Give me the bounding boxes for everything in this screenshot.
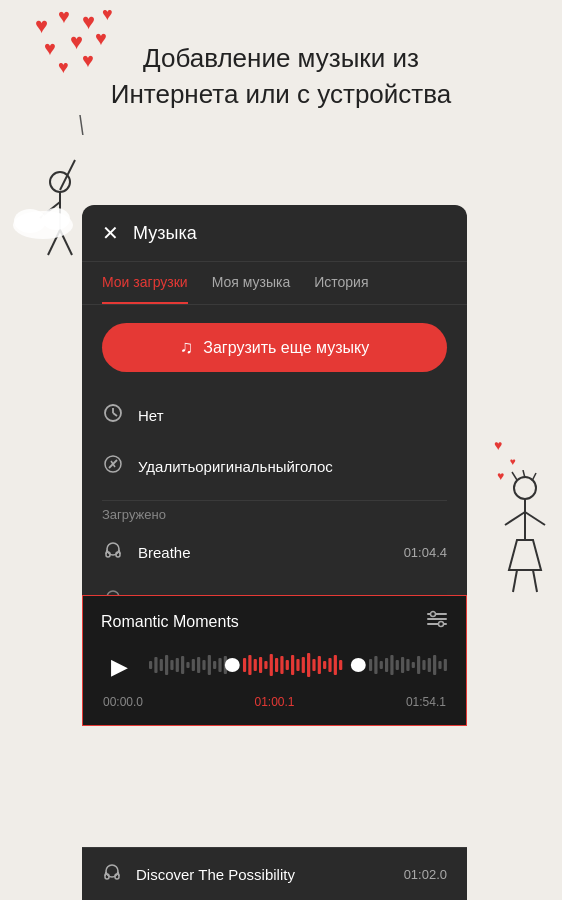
track-item-discover[interactable]: Discover The Possibility 01:02.0 — [82, 847, 467, 900]
svg-rect-83 — [318, 656, 321, 674]
track-item-breathe[interactable]: Breathe 01:04.4 — [82, 528, 467, 576]
svg-rect-81 — [307, 653, 310, 677]
svg-text:♥: ♥ — [35, 13, 48, 38]
svg-text:♥: ♥ — [510, 456, 516, 467]
svg-text:♥: ♥ — [82, 49, 94, 71]
svg-rect-101 — [433, 655, 436, 675]
svg-rect-78 — [291, 655, 294, 675]
svg-rect-103 — [444, 659, 447, 671]
svg-text:♥: ♥ — [494, 437, 502, 453]
menu-none-label: Нет — [138, 407, 164, 424]
clock-icon — [102, 403, 124, 428]
music-modal: ✕ Музыка Мои загрузки Моя музыка История… — [82, 205, 467, 620]
svg-line-30 — [513, 570, 517, 592]
waveform-area[interactable] — [149, 647, 448, 687]
svg-point-51 — [431, 612, 436, 617]
svg-rect-77 — [286, 660, 289, 670]
svg-rect-66 — [218, 658, 221, 672]
cloud-decoration — [8, 195, 78, 244]
svg-rect-90 — [374, 656, 377, 674]
tab-my-downloads[interactable]: Мои загрузки — [102, 262, 188, 304]
svg-point-17 — [14, 209, 46, 233]
svg-rect-58 — [176, 658, 179, 672]
time-end: 01:54.1 — [406, 695, 446, 709]
svg-text:♥: ♥ — [102, 5, 113, 24]
time-labels: 00:00.0 01:00.1 01:54.1 — [101, 695, 448, 709]
track-name-breathe: Breathe — [138, 544, 390, 561]
svg-line-41 — [106, 550, 107, 554]
svg-line-107 — [105, 872, 106, 876]
headphones-icon-3 — [102, 862, 122, 886]
svg-point-104 — [106, 865, 118, 877]
svg-line-23 — [512, 472, 517, 480]
svg-rect-92 — [385, 658, 388, 672]
track-duration-discover: 01:02.0 — [404, 867, 447, 882]
svg-rect-54 — [154, 657, 157, 673]
svg-rect-100 — [428, 658, 431, 672]
upload-button-label: Загрузить еще музыку — [203, 339, 369, 357]
svg-rect-96 — [406, 659, 409, 671]
svg-rect-57 — [170, 660, 173, 670]
menu-item-none[interactable]: Нет — [82, 390, 467, 441]
svg-line-0 — [80, 115, 85, 135]
play-button[interactable]: ▶ — [101, 649, 137, 685]
svg-line-25 — [532, 473, 536, 481]
svg-rect-86 — [334, 655, 337, 675]
svg-rect-70 — [248, 655, 251, 675]
svg-rect-99 — [422, 660, 425, 670]
svg-point-38 — [107, 543, 119, 555]
svg-line-27 — [505, 512, 525, 525]
now-playing-title: Romantic Moments — [101, 613, 239, 631]
svg-text:♥: ♥ — [58, 5, 70, 27]
upload-music-button[interactable]: ♫ Загрузить еще музыку — [102, 323, 447, 372]
menu-remove-voice-label: Удалитьоригинальныйголос — [138, 458, 333, 475]
svg-rect-73 — [264, 661, 267, 669]
svg-rect-72 — [259, 657, 262, 673]
now-playing-player: Romantic Moments ▶ — [82, 595, 467, 726]
time-current: 01:00.1 — [254, 695, 294, 709]
svg-rect-60 — [186, 662, 189, 668]
svg-rect-87 — [339, 660, 342, 670]
tab-my-music[interactable]: Моя музыка — [212, 262, 291, 304]
svg-rect-61 — [192, 659, 195, 671]
svg-rect-98 — [417, 656, 420, 674]
svg-rect-89 — [369, 659, 372, 671]
svg-rect-62 — [197, 657, 200, 673]
remove-voice-icon — [102, 454, 124, 479]
svg-point-18 — [42, 208, 70, 230]
svg-rect-71 — [254, 659, 257, 671]
svg-rect-94 — [396, 660, 399, 670]
track-duration-breathe: 01:04.4 — [404, 545, 447, 560]
svg-line-42 — [119, 550, 120, 554]
svg-rect-93 — [390, 655, 393, 675]
svg-rect-95 — [401, 657, 404, 673]
svg-rect-79 — [296, 659, 299, 671]
svg-rect-63 — [202, 660, 205, 670]
svg-rect-74 — [270, 654, 273, 676]
section-label-downloads: Загружено — [82, 501, 467, 528]
track-name-discover: Discover The Possibility — [136, 866, 390, 883]
close-button[interactable]: ✕ — [102, 221, 119, 245]
svg-rect-102 — [438, 661, 441, 669]
filter-icon[interactable] — [426, 610, 448, 633]
svg-rect-69 — [243, 658, 246, 672]
svg-rect-85 — [328, 658, 331, 672]
svg-text:♥: ♥ — [58, 57, 69, 77]
svg-line-31 — [533, 570, 537, 592]
svg-text:♥: ♥ — [82, 9, 95, 34]
svg-rect-91 — [380, 661, 383, 669]
svg-line-34 — [113, 413, 117, 416]
svg-rect-65 — [213, 661, 216, 669]
svg-rect-56 — [165, 655, 168, 675]
svg-text:♥: ♥ — [44, 37, 56, 59]
tab-history[interactable]: История — [314, 262, 368, 304]
headphones-icon-1 — [102, 540, 124, 564]
svg-point-88 — [351, 658, 366, 672]
svg-rect-55 — [160, 659, 163, 671]
menu-item-remove-voice[interactable]: Удалитьоригинальныйголос — [82, 441, 467, 492]
modal-header: ✕ Музыка — [82, 205, 467, 262]
svg-rect-80 — [302, 657, 305, 673]
time-start: 00:00.0 — [103, 695, 143, 709]
svg-rect-75 — [275, 658, 278, 672]
music-note-icon: ♫ — [180, 337, 194, 358]
